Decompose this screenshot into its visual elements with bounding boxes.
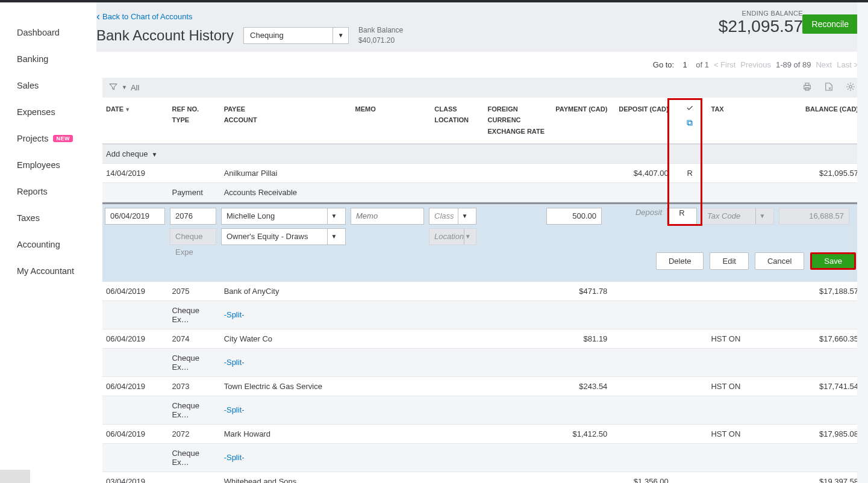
edit-payee-select[interactable]: Michelle Long▼ [221, 208, 346, 225]
table-row[interactable]: 06/04/2019 2073 Town Electric & Gas Serv… [102, 376, 862, 396]
cell-reconcile [672, 282, 708, 301]
filter-caret-icon[interactable]: ▼ [122, 84, 127, 90]
edit-payment-input[interactable] [546, 208, 602, 225]
col-balance[interactable]: BALANCE (CAD) [785, 98, 862, 144]
col-payment[interactable]: PAYMENT (CAD) [550, 98, 611, 144]
page-range: 1-89 of 89 [776, 60, 811, 69]
table-subrow[interactable]: Cheque Ex… -Split- [102, 301, 862, 329]
filter-label[interactable]: All [131, 83, 139, 92]
cell-ref: 2075 [168, 282, 220, 301]
table-row[interactable]: 06/04/2019 2075 Bank of AnyCity $471.78 … [102, 282, 862, 301]
sidebar-item-reports[interactable]: Reports [0, 178, 96, 205]
edit-date-input[interactable] [105, 208, 165, 225]
table-subrow[interactable]: Cheque Ex… -Split- [102, 348, 862, 376]
save-button[interactable]: Save [810, 252, 856, 270]
edit-location-select[interactable]: Location▼ [429, 228, 476, 245]
cell-reconcile [672, 329, 708, 348]
copy-icon[interactable] [676, 115, 704, 131]
edit-button[interactable]: Edit [710, 252, 748, 270]
sidebar-item-sales[interactable]: Sales [0, 72, 96, 99]
reconcile-button[interactable]: Reconcile [802, 14, 858, 34]
cell-tax [707, 282, 785, 301]
add-cheque-row[interactable]: Add cheque▼ [102, 144, 862, 164]
svg-rect-1 [805, 83, 809, 86]
sidebar-label: Employees [17, 160, 60, 170]
scrollbar-track[interactable] [857, 2, 868, 483]
sort-desc-icon: ▼ [125, 107, 130, 113]
edit-tax-select[interactable]: Tax Code▼ [702, 208, 774, 225]
split-link[interactable]: -Split- [224, 453, 245, 462]
split-link[interactable]: -Split- [224, 358, 245, 367]
cell-account: -Split- [220, 396, 352, 424]
table-row[interactable]: 03/04/2019 Whitehead and Sons $1,356.00 … [102, 472, 862, 483]
col-deposit[interactable]: DEPOSIT (CAD) [611, 98, 672, 144]
cell-payee: Anilkumar Pillai [220, 163, 352, 182]
cell-reconcile: R [672, 163, 708, 182]
cell-type: Cheque Ex… [168, 443, 220, 472]
sidebar-label: My Accountant [17, 266, 74, 276]
cell-fx [484, 282, 550, 301]
export-icon[interactable] [823, 81, 834, 94]
page-title: Bank Account History [96, 27, 234, 44]
cell-payment [550, 163, 611, 182]
cell-balance: $21,095.57 [785, 163, 862, 182]
edit-account-select[interactable]: Owner's Equity - Draws▼ [221, 228, 346, 245]
sidebar-item-banking[interactable]: Banking [0, 46, 96, 72]
cell-deposit [611, 376, 672, 396]
edit-type-display: Cheque Expe [170, 228, 216, 245]
col-date[interactable]: DATE▼ [102, 98, 168, 144]
col-ref[interactable]: REF NO.TYPE [168, 98, 220, 144]
cell-account: -Split- [220, 443, 352, 472]
table-subrow[interactable]: Payment Accounts Receivable [102, 182, 862, 202]
last-page-link[interactable]: Last > [837, 60, 858, 69]
col-foreign[interactable]: FOREIGN CURRENCEXCHANGE RATE [484, 98, 550, 144]
previous-page-link[interactable]: Previous [740, 60, 771, 69]
sidebar-item-employees[interactable]: Employees [0, 152, 96, 178]
svg-point-3 [849, 85, 852, 88]
gear-icon[interactable] [845, 81, 856, 94]
col-tax[interactable]: TAX [707, 98, 785, 144]
split-link[interactable]: -Split- [224, 310, 245, 319]
sidebar-item-expenses[interactable]: Expenses [0, 99, 96, 125]
caret-down-icon: ▼ [151, 151, 157, 158]
cell-payment: $81.19 [550, 329, 611, 348]
sidebar-item-dashboard[interactable]: Dashboard [0, 19, 96, 46]
caret-down-icon: ▼ [755, 208, 769, 224]
table-subrow[interactable]: Cheque Ex… -Split- [102, 396, 862, 424]
sidebar-item-accounting[interactable]: Accounting [0, 231, 96, 258]
col-payee[interactable]: PAYEEACCOUNT [220, 98, 352, 144]
edit-ref-input[interactable] [170, 208, 216, 225]
sidebar-label: Projects [17, 134, 48, 143]
col-memo[interactable]: MEMO [352, 98, 431, 144]
filter-icon[interactable] [108, 82, 118, 93]
sidebar-item-projects[interactable]: ProjectsNEW [0, 125, 96, 152]
print-icon[interactable] [802, 81, 813, 94]
edit-class-select[interactable]: Class▼ [429, 208, 476, 225]
edit-memo-input[interactable] [351, 208, 424, 225]
cell-fx [484, 424, 550, 443]
table-row[interactable]: 06/04/2019 2072 Mark Howard $1,412.50 HS… [102, 424, 862, 443]
sidebar-item-taxes[interactable]: Taxes [0, 205, 96, 231]
col-class[interactable]: CLASSLOCATION [431, 98, 484, 144]
sidebar-item-my-accountant[interactable]: My Accountant [0, 258, 96, 284]
col-reconcile[interactable] [672, 98, 708, 144]
goto-page-input[interactable] [679, 60, 691, 69]
cell-memo [352, 163, 431, 182]
first-page-link[interactable]: < First [714, 60, 735, 69]
back-link[interactable]: ‹ Back to Chart of Accounts [96, 11, 193, 22]
cancel-button[interactable]: Cancel [755, 252, 804, 270]
table-row[interactable]: 06/04/2019 2074 City Water Co $81.19 HST… [102, 329, 862, 348]
col-account-label: ACCOUNT [224, 116, 257, 123]
cell-fx [484, 376, 550, 396]
cell-tax: HST ON [707, 376, 785, 396]
edit-reconcile-status[interactable]: R [667, 208, 697, 225]
svg-rect-4 [688, 122, 692, 125]
table-row[interactable]: 14/04/2019 Anilkumar Pillai $4,407.00 R … [102, 163, 862, 182]
next-page-link[interactable]: Next [816, 60, 832, 69]
table-subrow[interactable]: Cheque Ex… -Split- [102, 443, 862, 472]
cell-deposit: $1,356.00 [611, 472, 672, 483]
split-link[interactable]: -Split- [224, 405, 245, 414]
account-select[interactable]: Chequing ▼ [243, 27, 349, 44]
caret-down-icon: ▼ [464, 229, 471, 245]
delete-button[interactable]: Delete [656, 252, 704, 270]
